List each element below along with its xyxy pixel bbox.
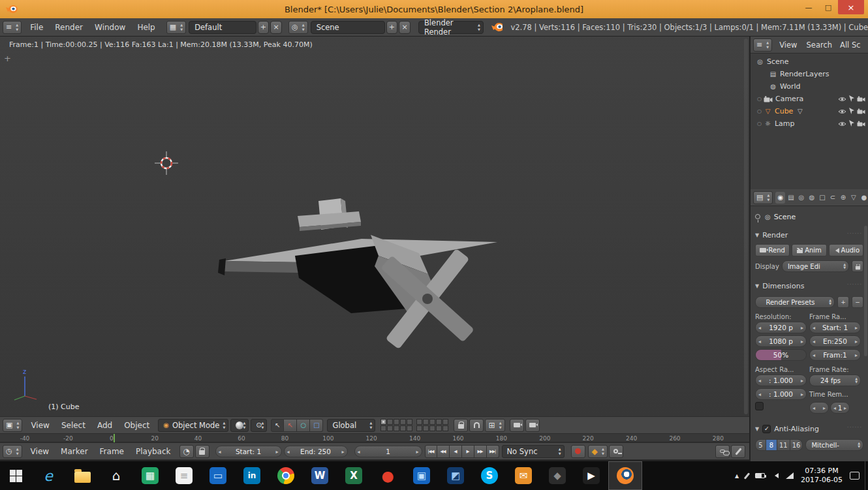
screen-layout-icon[interactable]: ▦	[166, 21, 186, 34]
visibility-eye-icon[interactable]	[838, 121, 846, 127]
taskbar-linkedin[interactable]: in	[235, 461, 269, 490]
taskbar-chrome[interactable]	[269, 461, 303, 490]
playback-play-icon[interactable]: ▶	[462, 445, 474, 458]
mode-dropdown[interactable]: ◉ Object Mode	[158, 419, 228, 432]
outliner-item-renderlayers[interactable]: ▤ RenderLayers	[751, 68, 868, 80]
layer-toggle[interactable]	[416, 425, 422, 431]
playback-previous-keyframe-icon[interactable]: ◀◀	[437, 445, 450, 458]
taskbar-mail-app[interactable]: ✉	[506, 461, 540, 490]
driver-link-icon[interactable]	[715, 445, 730, 458]
sync-dropdown[interactable]: No Sync	[502, 445, 565, 458]
antialiasing-checkbox[interactable]: ✓	[762, 425, 771, 433]
taskbar-blue-app[interactable]: ▣	[405, 461, 439, 490]
render-still-button[interactable]: Rend	[755, 244, 790, 256]
close-button[interactable]: ×	[838, 0, 864, 14]
layer-toggle[interactable]	[407, 419, 412, 425]
notification-icon[interactable]	[850, 472, 860, 480]
breadcrumb-scene-name[interactable]: Scene	[774, 213, 796, 221]
pin-icon[interactable]	[755, 214, 760, 219]
layer-toggle[interactable]	[442, 425, 448, 431]
selectability-cursor-icon[interactable]	[848, 120, 855, 127]
properties-tab-object-data-icon[interactable]: ▽	[848, 192, 858, 204]
collapse-triangle-icon[interactable]: ▼	[755, 283, 759, 289]
layer-toggle[interactable]	[400, 419, 406, 425]
edit-keyingset-icon[interactable]	[731, 445, 745, 458]
delete-scene-button[interactable]: ×	[399, 21, 411, 34]
layer-toggle[interactable]	[394, 419, 399, 425]
resolution-y-field[interactable]: 1080 p	[755, 335, 807, 347]
battery-icon[interactable]	[755, 473, 765, 478]
selectability-cursor-icon[interactable]	[848, 108, 855, 115]
opengl-render-image-icon[interactable]	[510, 419, 524, 432]
current-frame-field[interactable]: 1	[354, 446, 422, 457]
render-audio-button[interactable]: Audio	[829, 244, 863, 256]
properties-scrollbar[interactable]	[864, 226, 867, 356]
layer-toggle[interactable]	[394, 425, 399, 431]
render-engine-dropdown[interactable]: Blender Render	[418, 21, 484, 34]
layer-toggle[interactable]	[436, 425, 442, 431]
keying-set-icon[interactable]	[609, 445, 623, 458]
viewport-3d[interactable]: Frame:1 | Time:00:00.25 | Ve:116 Fa:163 …	[0, 37, 749, 416]
taskbar-display-app[interactable]: ▭	[201, 461, 235, 490]
antialiasing-panel-header[interactable]: ▼ ✓ Anti-Aliasing	[755, 423, 863, 434]
aspect-x-field[interactable]: : 1.000	[755, 375, 807, 386]
aa-samples-5[interactable]: 5	[755, 439, 766, 451]
frame-start-field[interactable]: Start: 1	[215, 446, 282, 457]
tray-chevron-icon[interactable]: ▲	[735, 473, 739, 479]
menu-render[interactable]: Render	[49, 23, 89, 32]
scene-name[interactable]: Scene	[311, 21, 385, 34]
renderability-camera-icon[interactable]	[857, 96, 865, 102]
menu-file[interactable]: File	[24, 23, 49, 32]
display-mode-dropdown[interactable]: Image Edi	[782, 260, 849, 272]
time-remap-old-field[interactable]	[809, 402, 829, 414]
editor-type-selector-info[interactable]: ≡	[3, 21, 22, 34]
menu-window[interactable]: Window	[89, 23, 131, 32]
show-desktop-button[interactable]	[865, 461, 868, 490]
playback-jump-to-end-icon[interactable]: ▶▶|	[487, 445, 499, 458]
opengl-render-anim-icon[interactable]	[525, 419, 540, 432]
layer-toggle[interactable]	[387, 425, 393, 431]
layer-toggle[interactable]	[387, 419, 393, 425]
renderability-camera-icon[interactable]	[857, 108, 865, 115]
layer-toggle[interactable]	[442, 419, 448, 425]
network-icon[interactable]	[786, 472, 794, 479]
timeline-playback-menu[interactable]: Playback	[130, 447, 177, 456]
timeline-view-menu[interactable]: View	[25, 447, 55, 456]
add-scene-button[interactable]: +	[386, 21, 398, 34]
expand-dot-icon[interactable]: ○	[757, 108, 762, 114]
editor-type-selector-outliner[interactable]: ≡	[753, 38, 772, 52]
taskbar-file-explorer[interactable]	[65, 461, 99, 490]
view-menu[interactable]: View	[25, 421, 55, 430]
taskbar-word[interactable]: W	[303, 461, 337, 490]
outliner-item-scene[interactable]: ◎ Scene	[751, 55, 868, 68]
taskbar-internet-explorer[interactable]: e	[31, 461, 65, 490]
snap-element-dropdown[interactable]: ⊞	[485, 419, 504, 432]
screen-layout-name[interactable]: Default	[189, 21, 256, 34]
display-lock-icon[interactable]	[852, 260, 863, 272]
outliner-search-menu[interactable]: Search	[802, 40, 837, 50]
viewport-scrollbar[interactable]	[744, 38, 748, 414]
airplane-model[interactable]	[215, 196, 509, 385]
taskbar-home-app[interactable]: ⌂	[99, 461, 133, 490]
selectability-cursor-icon[interactable]	[848, 95, 855, 102]
aa-samples-11[interactable]: 11	[777, 439, 790, 451]
taskbar-excel[interactable]: X	[337, 461, 371, 490]
layer-toggle[interactable]	[423, 419, 429, 425]
add-layout-button[interactable]: +	[258, 21, 270, 34]
properties-tab-render-layers-icon[interactable]: ▤	[786, 192, 796, 204]
taskbar-photo-app[interactable]: ◩	[439, 461, 473, 490]
layer-toggle[interactable]	[429, 419, 435, 425]
properties-tab-scene-icon[interactable]: ◎	[796, 192, 806, 204]
volume-icon[interactable]	[772, 473, 779, 478]
properties-tab-object-icon[interactable]: □	[817, 192, 827, 204]
keying-type-dropdown[interactable]: ◆	[588, 445, 608, 458]
layer-toggle[interactable]	[407, 425, 412, 431]
outliner-view-menu[interactable]: View	[775, 40, 801, 50]
expand-dot-icon[interactable]: ○	[757, 121, 762, 127]
transform-orientation-dropdown[interactable]: Global	[327, 419, 375, 432]
properties-tab-world-icon[interactable]: ◍	[807, 192, 816, 204]
outliner-item-world[interactable]: ◍ World	[751, 80, 868, 93]
frame-end-field[interactable]: En:250	[809, 335, 861, 347]
aa-samples-8[interactable]: 8	[766, 439, 777, 451]
lock-to-scene-icon[interactable]	[454, 419, 468, 432]
